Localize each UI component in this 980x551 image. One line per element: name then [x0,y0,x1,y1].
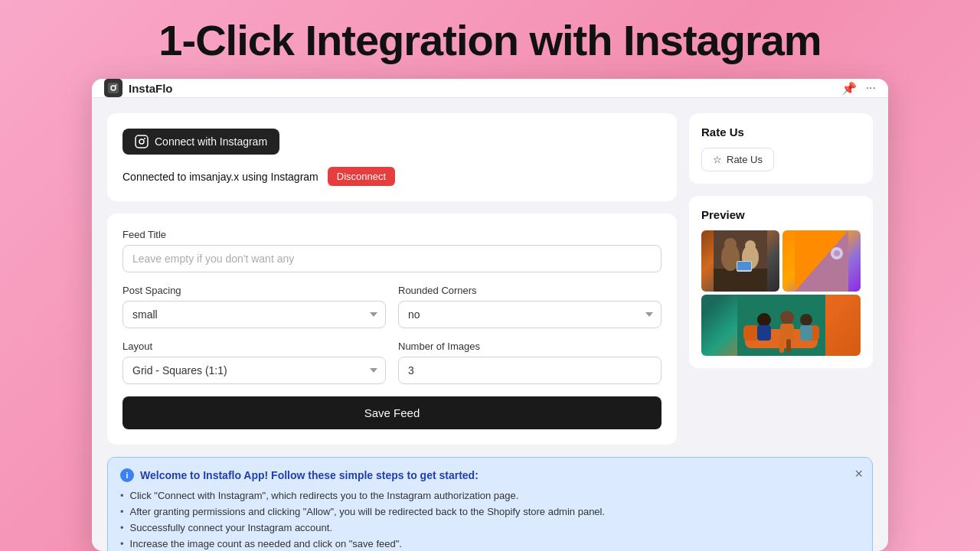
preview-image-2 [782,230,861,292]
layout-images-row: Layout Grid - Squares (1:1) Grid - Portr… [122,341,662,384]
post-spacing-label: Post Spacing [122,285,386,296]
rate-us-panel: Rate Us ☆ Rate Us [689,113,873,184]
preview-image-3 [701,295,861,356]
svg-rect-25 [780,324,794,341]
app-logo-icon [104,79,122,97]
preview-grid [701,230,861,356]
rate-us-button-label: Rate Us [727,154,763,165]
connection-row: Connected to imsanjay.x using Instagram … [122,167,662,186]
close-banner-button[interactable]: × [854,467,863,481]
post-spacing-select[interactable]: small medium large none [122,301,386,328]
layout-group: Layout Grid - Squares (1:1) Grid - Portr… [122,341,386,384]
num-images-group: Number of Images [398,341,662,384]
ellipsis-icon[interactable]: ··· [866,81,876,95]
svg-point-10 [724,238,737,250]
disconnect-button[interactable]: Disconnect [328,167,395,186]
svg-rect-13 [737,262,751,270]
info-icon: i [120,468,134,482]
post-spacing-group: Post Spacing small medium large none [122,285,386,328]
svg-rect-27 [800,325,812,341]
rate-us-button[interactable]: ☆ Rate Us [701,148,774,171]
num-images-input[interactable] [398,357,662,384]
app-topbar: InstaFlo 📌 ··· [92,79,888,98]
preview-img-couch [701,295,861,356]
rounded-corners-group: Rounded Corners no yes [398,285,662,328]
info-banner-header: i Welcome to Instaflo App! Follow these … [120,468,860,482]
app-window: InstaFlo 📌 ··· Connect wit [92,79,888,551]
svg-point-11 [745,240,756,251]
spacing-corners-row: Post Spacing small medium large none Rou… [122,285,662,328]
preview-image-1 [701,230,779,292]
feed-form-panel: Feed Title Post Spacing small medium lar… [107,214,677,445]
svg-point-5 [144,138,145,139]
save-feed-button[interactable]: Save Feed [122,396,662,429]
left-panels: Connect with Instagram Connected to imsa… [107,113,677,445]
svg-rect-23 [757,325,771,341]
star-icon: ☆ [713,154,722,165]
rounded-corners-select[interactable]: no yes [398,301,662,328]
pin-icon[interactable]: 📌 [841,81,857,96]
svg-rect-28 [779,339,784,353]
svg-rect-20 [743,325,759,341]
list-item: Increase the image count as needed and c… [120,538,860,549]
layout-select[interactable]: Grid - Squares (1:1) Grid - Portrait Sli… [122,357,386,384]
preview-title: Preview [701,208,861,221]
app-logo: InstaFlo [104,79,173,97]
feed-title-label: Feed Title [122,229,662,240]
info-banner-title: Welcome to Instaflo App! Follow these si… [140,469,479,481]
connect-instagram-button[interactable]: Connect with Instagram [122,129,279,155]
feed-title-group: Feed Title [122,229,662,272]
connect-panel: Connect with Instagram Connected to imsa… [107,113,677,201]
connect-button-label: Connect with Instagram [155,135,267,148]
app-logo-text: InstaFlo [129,82,173,95]
info-banner: i Welcome to Instaflo App! Follow these … [107,457,873,551]
list-item: Click "Connect with Instagram", which re… [120,490,860,501]
rate-us-title: Rate Us [701,126,861,139]
layout-label: Layout [122,341,386,352]
right-panels: Rate Us ☆ Rate Us Preview [689,113,873,445]
rounded-corners-label: Rounded Corners [398,285,662,296]
preview-panel: Preview [689,196,873,368]
panels-row: Connect with Instagram Connected to imsa… [107,113,873,445]
preview-img-orange [782,230,861,292]
svg-rect-3 [136,135,148,148]
num-images-label: Number of Images [398,341,662,352]
feed-title-input[interactable] [122,245,662,272]
app-body: Connect with Instagram Connected to imsa… [92,98,888,551]
connection-text: Connected to imsanjay.x using Instagram [122,171,318,183]
svg-point-2 [116,85,117,86]
svg-point-26 [800,314,812,326]
page-title: 1-Click Integration with Instagram [158,15,821,65]
svg-point-22 [757,313,771,327]
preview-img-people [701,230,779,292]
svg-point-17 [834,250,840,256]
svg-point-24 [780,311,794,324]
svg-rect-0 [108,83,119,93]
list-item: Successfully connect your Instagram acco… [120,522,860,533]
svg-point-4 [139,139,144,144]
instagram-icon [135,135,149,148]
topbar-actions: 📌 ··· [841,81,876,96]
list-item: After granting permissions and clicking … [120,506,860,517]
svg-rect-29 [786,339,791,353]
info-list: Click "Connect with Instagram", which re… [120,490,860,551]
